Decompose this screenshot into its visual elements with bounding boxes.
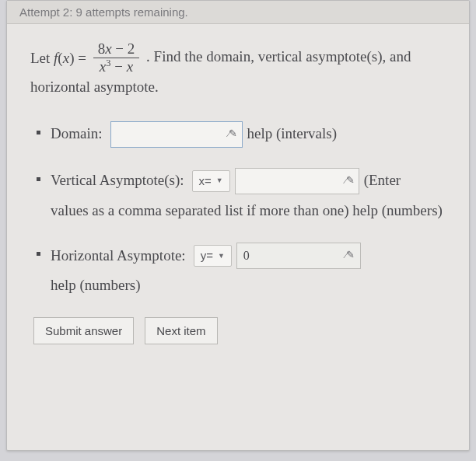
let-text: Let [30, 47, 50, 70]
dropdown-value: x= [199, 172, 212, 190]
domain-input[interactable]: ⁄✎ [110, 121, 243, 148]
resize-handle-icon: ⁄✎ [345, 173, 354, 189]
domain-item: Domain: ⁄✎ help (intervals) [30, 121, 450, 148]
vertical-variable-dropdown[interactable]: x= ▼ [192, 170, 230, 192]
denominator: x3 − x [93, 58, 140, 75]
domain-label: Domain: [51, 122, 103, 145]
numerator: 8x − 2 [93, 41, 140, 58]
vertical-note: values as a comma separated list if more… [51, 199, 450, 222]
vertical-input[interactable]: ⁄✎ [235, 168, 359, 194]
domain-help-link[interactable]: help (intervals) [247, 122, 338, 145]
horizontal-input[interactable]: 0 ⁄✎ [236, 243, 361, 269]
next-item-button[interactable]: Next item [145, 317, 217, 344]
horizontal-help-link[interactable]: help (numbers) [51, 274, 141, 297]
chevron-down-icon: ▼ [218, 250, 225, 261]
vertical-asymptote-item: Vertical Asymptote(s): x= ▼ ⁄✎ (Enter va… [30, 168, 450, 222]
fraction: 8x − 2 x3 − x [93, 41, 140, 75]
problem-statement: Let f(x) = 8x − 2 x3 − x . Find the doma… [30, 41, 450, 100]
submit-answer-button[interactable]: Submit answer [33, 317, 134, 344]
chevron-down-icon: ▼ [216, 175, 223, 186]
question-card: Attempt 2: 9 attempts remaining. Let f(x… [6, 0, 470, 451]
resize-handle-icon: ⁄✎ [345, 247, 354, 264]
enter-text: (Enter [364, 169, 401, 192]
button-row: Submit answer Next item [30, 317, 450, 344]
horizontal-value: 0 [243, 246, 250, 266]
function-name: f(x) = [54, 47, 86, 70]
horizontal-label: Horizontal Asymptote: [51, 244, 186, 267]
vertical-label: Vertical Asymptote(s): [51, 169, 184, 192]
attempt-bar: Attempt 2: 9 attempts remaining. [7, 1, 469, 24]
horizontal-variable-dropdown[interactable]: y= ▼ [194, 245, 232, 267]
dropdown-value: y= [201, 246, 213, 265]
resize-handle-icon: ⁄✎ [228, 126, 236, 142]
problem-suffix: . Find the domain, vertical asymptote(s)… [30, 48, 411, 95]
content: Let f(x) = 8x − 2 x3 − x . Find the doma… [7, 24, 469, 360]
horizontal-asymptote-item: Horizontal Asymptote: y= ▼ 0 ⁄✎ help (nu… [30, 243, 450, 297]
